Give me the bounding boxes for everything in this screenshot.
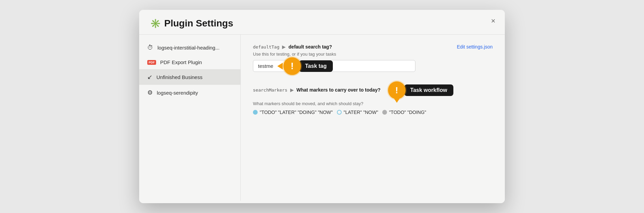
marker-dot-gray [382,110,387,115]
setting-arrow: ▶ [282,44,287,50]
setting-description2: What markers to carry over to today? [297,87,381,93]
marker-text-2: "LATER" "NOW" [344,110,378,115]
plugin-icon: ✳️ [150,18,161,29]
setting-key2: searchMarkers [253,88,287,93]
marker-text-3: "TODO" "DOING" [389,110,426,115]
content-area: Edit settings.json defaultTag ▶ default … [241,35,505,201]
close-button[interactable]: × [491,17,495,25]
marker-group-3: "TODO" "DOING" [382,110,426,115]
tooltip-label-task-tag: Task tag [299,60,333,72]
setting-arrow2: ▶ [290,87,295,93]
sidebar-item-logseq-serendipity[interactable]: ⚙ logseq-serendipity [139,85,240,100]
setting-sublabel-default-tag: Use this for testing, or if you tag your… [253,52,493,57]
task-workflow-tooltip: ! Task workflow [388,81,453,99]
sidebar-item-label: logseq-serendipity [157,90,198,96]
markers-row: "TODO" "LATER" "DOING" "NOW" "LATER" "NO… [253,110,493,115]
marker-dot-blue [253,110,258,115]
sidebar: ⏱ logseq-interstitial-heading... PDF PDF… [139,35,241,201]
marker-text-1: "TODO" "LATER" "DOING" "NOW" [260,110,333,115]
input-row-default-tag: ! Task tag [253,60,493,72]
sidebar-item-label: PDF Export Plugin [160,59,202,65]
task-tag-tooltip: ! Task tag [283,57,333,75]
modal-title-text: Plugin Settings [164,18,233,29]
marker-dot-outline [337,110,342,115]
modal-body: ⏱ logseq-interstitial-heading... PDF PDF… [139,35,505,201]
exclamation-icon2: ! [388,81,406,99]
phone-icon: ↙ [147,73,152,81]
plugin-settings-modal: ✳️ Plugin Settings × ⏱ logseq-interstiti… [139,10,505,203]
tooltip-label-task-workflow: Task workflow [404,84,453,96]
setting-search-markers: searchMarkers ▶ What markers to carry ov… [253,81,493,115]
sidebar-item-label: Unfinished Business [156,74,202,80]
exclamation-icon: ! [283,57,301,75]
sidebar-item-pdf-export[interactable]: PDF PDF Export Plugin [139,55,240,69]
sidebar-item-unfinished-business[interactable]: ↙ Unfinished Business [139,69,240,85]
serendipity-icon: ⚙ [147,89,153,96]
setting-label-search-markers: searchMarkers ▶ What markers to carry ov… [253,81,493,99]
modal-header: ✳️ Plugin Settings × [139,10,505,35]
setting-description: default search tag? [288,44,332,50]
pdf-icon: PDF [147,60,156,65]
sidebar-item-label: logseq-interstitial-heading... [157,45,219,51]
gear-clock-icon: ⏱ [147,44,153,51]
edit-settings-link[interactable]: Edit settings.json [457,44,493,50]
setting-sublabel-search-markers: What markers should be moved, and which … [253,101,493,106]
tooltip-pointer [394,99,400,103]
modal-title: ✳️ Plugin Settings [150,18,233,29]
sidebar-item-logseq-interstitial[interactable]: ⏱ logseq-interstitial-heading... [139,40,240,55]
marker-group-1: "TODO" "LATER" "DOING" "NOW" [253,110,333,115]
setting-key: defaultTag [253,44,279,50]
marker-group-2: "LATER" "NOW" [337,110,378,115]
arrow-left-icon [277,63,283,70]
